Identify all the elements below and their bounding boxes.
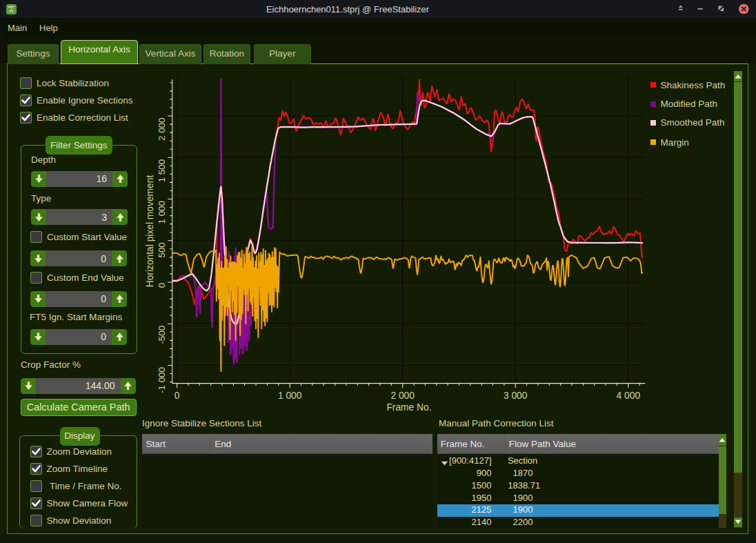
- svg-text:-1 000: -1 000: [157, 367, 167, 393]
- svg-text:1 500: 1 500: [157, 159, 167, 183]
- svg-text:4 000: 4 000: [617, 391, 641, 401]
- svg-text:2 000: 2 000: [157, 118, 167, 141]
- svg-text:2 000: 2 000: [390, 391, 415, 401]
- svg-text:3 000: 3 000: [504, 391, 528, 401]
- svg-text:Horizontal pixel movement: Horizontal pixel movement: [145, 175, 155, 288]
- svg-text:0: 0: [157, 283, 167, 288]
- svg-text:500: 500: [157, 242, 167, 257]
- svg-text:0: 0: [175, 391, 180, 401]
- svg-text:1 000: 1 000: [278, 391, 302, 401]
- svg-text:Frame No.: Frame No.: [386, 402, 431, 413]
- svg-text:-500: -500: [157, 326, 167, 344]
- svg-text:1 000: 1 000: [157, 201, 167, 224]
